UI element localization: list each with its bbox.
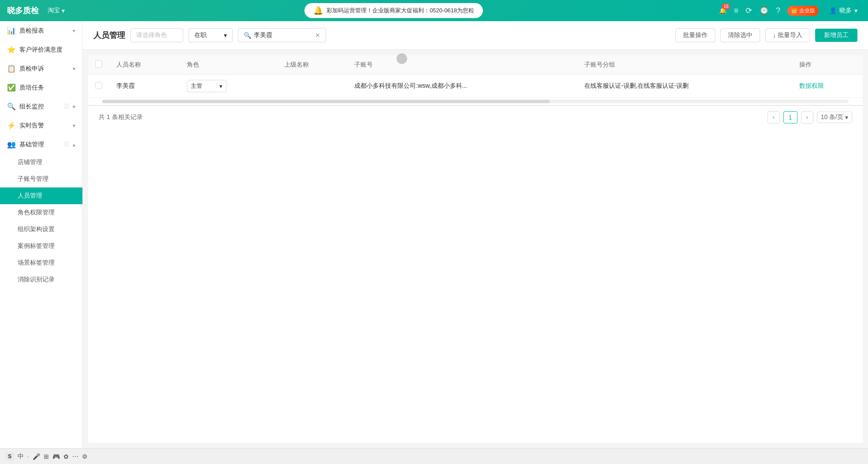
history-icon[interactable]: ⌚	[759, 6, 769, 15]
notification-count: 16	[722, 4, 730, 9]
prev-page-button[interactable]: ‹	[768, 111, 780, 123]
batch-operation-button[interactable]: 批量操作	[675, 28, 715, 42]
nav-taobao-arrow: ▾	[62, 7, 65, 14]
data-permission-link[interactable]: 数据权限	[799, 82, 824, 89]
help-icon[interactable]: ?	[776, 6, 780, 15]
sidebar-sub-scene-tags[interactable]: 场景标签管理	[0, 254, 82, 271]
sidebar-item-quality-report-label: 质检报表	[19, 27, 69, 35]
ime-icon-game[interactable]: 🎮	[52, 453, 60, 460]
user-area[interactable]: 👤 晓多 ▾	[826, 5, 861, 16]
header-checkbox[interactable]	[95, 60, 102, 67]
sidebar: 📊 质检报表 ▾ ⭐ 客户评价满意度 📋 质检申诉 ▾ ✅ 质培任务 🔍 组长监…	[0, 21, 83, 448]
realtime-alert-arrow: ▾	[73, 123, 75, 129]
search-box[interactable]: 🔍 李美霞 ✕	[238, 28, 326, 42]
topbar: 晓多质检 淘宝 ▾ 🔔 彩加码运营管理！企业版商家大促福利：0520-0618为…	[0, 0, 868, 21]
menu-icon[interactable]: ≡	[734, 6, 738, 15]
sidebar-item-quality-complaint[interactable]: 📋 质检申诉 ▾	[0, 59, 82, 78]
enterprise-icon: 👑	[791, 7, 798, 14]
batch-import-button[interactable]: ↓ 批量导入	[765, 28, 810, 42]
topbar-actions: 🔔 16 ≡ ⟳ ⌚ ? 👑 企业版 👤 晓多 ▾	[719, 5, 861, 16]
import-arrow-icon: ↓	[773, 32, 776, 39]
sidebar-sub-org-structure[interactable]: 组织架构设置	[0, 221, 82, 238]
ime-icon-dots[interactable]: ⋯	[72, 453, 78, 460]
refresh-icon[interactable]: ⟳	[746, 6, 752, 15]
sidebar-item-training-task-label: 质培任务	[19, 84, 75, 92]
sidebar-sub-staff-mgmt-label: 人员管理	[18, 192, 42, 199]
ime-icon-grid[interactable]: ⊞	[44, 453, 49, 460]
clear-select-button[interactable]: 清除选中	[720, 28, 760, 42]
quality-report-icon: 📊	[7, 26, 16, 35]
basic-mgmt-icon: 👥	[7, 140, 16, 149]
row-operation: 数据权限	[792, 75, 863, 98]
search-value: 李美霞	[254, 31, 272, 39]
training-task-icon: ✅	[7, 83, 16, 92]
sidebar-sub-staff-mgmt[interactable]: 人员管理	[0, 187, 82, 204]
group-monitor-icon: 🔍	[7, 102, 16, 111]
row-sub-account-group: 在线客服认证-误删,在线客服认证-误删	[577, 75, 792, 98]
user-icon: 👤	[829, 7, 837, 14]
ime-icon-star[interactable]: ✿	[63, 453, 69, 460]
table-scroll[interactable]: 人员名称 角色 上级名称 子账号	[88, 55, 863, 105]
basic-mgmt-arrow: ▴	[73, 142, 75, 148]
promo-banner[interactable]: 🔔 彩加码运营管理！企业版商家大促福利：0520-0618为您粒	[304, 3, 483, 18]
role-filter-placeholder: 请选择角色	[136, 31, 167, 38]
sidebar-item-basic-mgmt[interactable]: 👥 基础管理 ⓘ ▴	[0, 135, 82, 154]
th-role-label: 角色	[187, 61, 199, 68]
per-page-selector[interactable]: 10 条/页 ▾	[817, 112, 852, 123]
ime-icon-mic[interactable]: 🎤	[33, 453, 40, 460]
status-filter[interactable]: 在职 ▾	[189, 28, 233, 42]
sidebar-item-group-monitor[interactable]: 🔍 组长监控 ⓘ ▾	[0, 97, 82, 116]
sidebar-sub-shop-mgmt-label: 店铺管理	[18, 158, 42, 165]
current-page-input[interactable]: 1	[783, 111, 798, 123]
sub-account-group-value: 在线客服认证-误删,在线客服认证-误删	[584, 82, 689, 89]
nav-taobao[interactable]: 淘宝 ▾	[44, 5, 68, 16]
status-filter-value: 在职	[194, 31, 207, 39]
notification-bell[interactable]: 🔔 16	[719, 7, 727, 14]
sidebar-sub-sub-account-label: 子账号管理	[18, 175, 48, 182]
sidebar-sub-org-structure-label: 组织架构设置	[18, 225, 55, 232]
app-logo: 晓多质检	[7, 5, 39, 16]
sidebar-sub-sub-account[interactable]: 子账号管理	[0, 171, 82, 187]
th-sub-account: 子账号	[347, 55, 577, 75]
add-staff-button[interactable]: 新增员工	[815, 29, 857, 42]
batch-import-label: 批量导入	[778, 31, 802, 39]
role-filter[interactable]: 请选择角色	[130, 28, 183, 42]
quality-complaint-arrow: ▾	[73, 66, 75, 72]
pagination-area: 共 1 条相关记录 ‹ 1 › 10 条/页 ▾	[88, 105, 863, 129]
sidebar-item-training-task[interactable]: ✅ 质培任务	[0, 78, 82, 97]
sidebar-sub-case-tags[interactable]: 案例标签管理	[0, 238, 82, 254]
search-clear-icon[interactable]: ✕	[315, 32, 320, 39]
sidebar-sub-silent-recognition[interactable]: 消除识别记录	[0, 271, 82, 288]
horizontal-scrollbar[interactable]	[102, 100, 849, 103]
th-operation-label: 操作	[799, 61, 812, 68]
bottom-ime-bar: S 中 · 🎤 ⊞ 🎮 ✿ ⋯ ⚙	[0, 448, 868, 464]
sidebar-item-group-monitor-label: 组长监控	[19, 103, 59, 111]
sidebar-item-customer-satisfaction-label: 客户评价满意度	[19, 46, 75, 54]
th-sub-account-label: 子账号	[354, 61, 373, 68]
sidebar-item-customer-satisfaction[interactable]: ⭐ 客户评价满意度	[0, 40, 82, 59]
realtime-alert-icon: ⚡	[7, 121, 16, 130]
sidebar-sub-case-tags-label: 案例标签管理	[18, 242, 55, 249]
enterprise-label: 企业版	[799, 7, 815, 15]
staff-name: 李美霞	[116, 82, 135, 89]
promo-icon: 🔔	[313, 6, 323, 15]
role-select-dropdown[interactable]: 主管 ▾	[187, 80, 226, 92]
customer-satisfaction-icon: ⭐	[7, 45, 16, 54]
enterprise-badge[interactable]: 👑 企业版	[787, 6, 819, 16]
sidebar-sub-role-permission[interactable]: 角色权限管理	[0, 204, 82, 221]
next-page-button[interactable]: ›	[801, 111, 813, 123]
th-checkbox	[88, 55, 109, 75]
sidebar-sub-scene-tags-label: 场景标签管理	[18, 259, 55, 266]
ime-icon-zh[interactable]: 中	[18, 453, 24, 460]
topbar-center: 🔔 彩加码运营管理！企业版商家大促福利：0520-0618为您粒	[74, 3, 714, 18]
row-checkbox[interactable]	[95, 82, 102, 89]
sidebar-sub-shop-mgmt[interactable]: 店铺管理	[0, 154, 82, 171]
sidebar-item-realtime-alert[interactable]: ⚡ 实时告警 ▾	[0, 116, 82, 135]
ime-icon-settings[interactable]: ⚙	[82, 453, 88, 460]
row-role: 主管 ▾	[180, 75, 277, 98]
th-name: 人员名称	[109, 55, 180, 75]
ime-icons: 中 · 🎤 ⊞ 🎮 ✿ ⋯ ⚙	[18, 453, 88, 460]
ime-icon-dot[interactable]: ·	[27, 453, 29, 460]
sidebar-item-quality-report[interactable]: 📊 质检报表 ▾	[0, 21, 82, 40]
basic-mgmt-info-icon: ⓘ	[64, 141, 69, 148]
